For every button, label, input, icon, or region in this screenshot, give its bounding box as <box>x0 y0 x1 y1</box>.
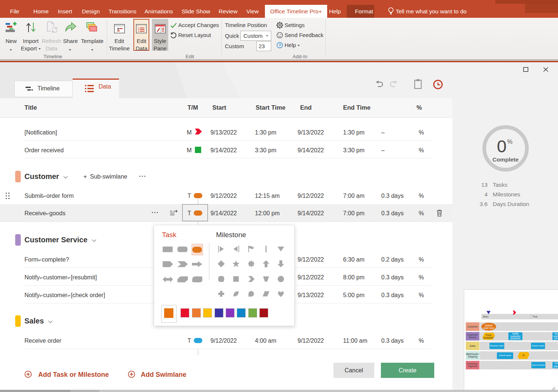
svg-text:?: ? <box>279 43 281 47</box>
